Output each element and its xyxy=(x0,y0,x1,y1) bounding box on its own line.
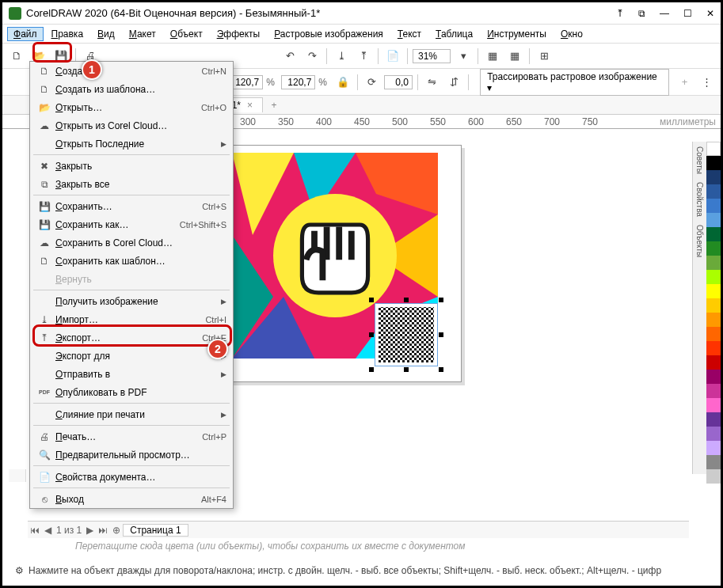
options-icon[interactable]: ⊞ xyxy=(535,47,554,66)
undo-icon[interactable]: ↶ xyxy=(280,47,299,66)
redo-icon[interactable]: ↷ xyxy=(303,47,322,66)
trace-bitmap-button[interactable]: Трассировать растровое изображение ▾ xyxy=(480,69,668,96)
scale-x-field[interactable]: 120,7 xyxy=(229,75,263,89)
scale-y-field[interactable]: 120,7 xyxy=(281,75,315,89)
menu-item[interactable]: 🗋Создать из шаблона… xyxy=(30,80,233,98)
menu-item[interactable]: Слияние при печати▶ xyxy=(30,405,233,423)
new-icon[interactable]: 🗋 xyxy=(7,47,26,66)
menu-item[interactable]: 🗋Создать…Ctrl+N xyxy=(30,62,233,80)
menu-item[interactable]: PDFОпубликовать в PDF xyxy=(30,383,233,401)
menu-таблица[interactable]: Таблица xyxy=(429,27,479,41)
menu-окно[interactable]: Окно xyxy=(554,27,589,41)
rotate-icon[interactable]: ⟳ xyxy=(363,73,382,92)
color-swatch[interactable] xyxy=(706,469,721,484)
color-swatch[interactable] xyxy=(706,170,721,184)
menu-эффекты[interactable]: Эффекты xyxy=(211,27,267,41)
color-swatch[interactable] xyxy=(706,355,721,370)
menu-правка[interactable]: Правка xyxy=(45,27,90,41)
color-swatch[interactable] xyxy=(706,455,721,469)
color-swatch[interactable] xyxy=(706,313,721,327)
menu-инструменты[interactable]: Инструменты xyxy=(481,27,553,41)
zoom-dropdown-icon[interactable]: ▾ xyxy=(454,47,473,66)
dock-tab[interactable]: Советы xyxy=(695,146,704,174)
document-palette[interactable]: Перетащите сюда цвета (или объекты), что… xyxy=(28,538,689,554)
tab-close-icon[interactable]: × xyxy=(247,100,253,111)
menu-макет[interactable]: Макет xyxy=(123,27,162,41)
menu-item[interactable]: ⤒Экспорт…Ctrl+E xyxy=(30,328,233,347)
color-swatch[interactable] xyxy=(706,384,721,398)
color-swatch[interactable] xyxy=(706,298,721,313)
import-icon[interactable]: ⤓ xyxy=(332,47,351,66)
close-button[interactable]: ✕ xyxy=(706,8,714,19)
color-swatch[interactable] xyxy=(706,184,721,199)
color-swatch[interactable] xyxy=(706,412,721,427)
menu-item[interactable]: Открыть Последние▶ xyxy=(30,135,233,153)
zoom-field[interactable]: 31% xyxy=(413,49,451,63)
color-swatch[interactable] xyxy=(706,441,721,455)
page-first-icon[interactable]: ⏮ xyxy=(28,525,42,536)
menu-текст[interactable]: Текст xyxy=(391,27,428,41)
export-icon[interactable]: ⤒ xyxy=(354,47,373,66)
lock-ratio-icon[interactable]: 🔒 xyxy=(333,73,352,92)
page-prev-icon[interactable]: ◀ xyxy=(42,525,54,536)
color-swatch[interactable] xyxy=(706,370,721,384)
color-swatch[interactable] xyxy=(706,241,721,256)
menu-растровые изображения[interactable]: Растровые изображения xyxy=(268,27,390,41)
menu-item[interactable]: ☁Открыть из Corel Cloud… xyxy=(30,116,233,135)
color-swatch[interactable] xyxy=(706,213,721,227)
color-swatch[interactable] xyxy=(706,227,721,241)
menu-item[interactable]: Отправить в▶ xyxy=(30,365,233,383)
rotation-field[interactable]: 0,0 xyxy=(384,75,413,89)
menu-item[interactable]: 💾Сохранить…Ctrl+S xyxy=(30,197,233,215)
add-tab-button[interactable]: + xyxy=(266,100,282,111)
page-next-icon[interactable]: ▶ xyxy=(84,525,96,536)
menu-item[interactable]: 📂Открыть…Ctrl+O xyxy=(30,98,233,116)
selection-handles[interactable] xyxy=(371,300,441,370)
maximize-button[interactable]: ☐ xyxy=(683,8,692,19)
color-swatch[interactable] xyxy=(706,427,721,441)
gear-icon[interactable]: ⚙ xyxy=(15,565,24,576)
menu-item[interactable]: 🗋Сохранить как шаблон… xyxy=(30,252,233,270)
menu-объект[interactable]: Объект xyxy=(164,27,209,41)
page-add-icon[interactable]: ⊕ xyxy=(110,525,123,536)
plus-icon[interactable]: + xyxy=(675,73,694,92)
color-swatch[interactable] xyxy=(706,327,721,341)
menu-item[interactable]: ☁Сохранить в Corel Cloud… xyxy=(30,233,233,252)
minimize-button[interactable]: — xyxy=(660,8,669,19)
pdf-icon[interactable]: 📄 xyxy=(383,47,402,66)
color-swatch[interactable] xyxy=(706,142,721,156)
flip-v-icon[interactable]: ⇵ xyxy=(445,73,464,92)
menu-item[interactable]: 💾Сохранить как…Ctrl+Shift+S xyxy=(30,215,233,233)
snap-icon[interactable]: ▦ xyxy=(505,47,524,66)
dock-tab[interactable]: Объекты xyxy=(695,225,704,257)
menu-item[interactable]: 🖨Печать…Ctrl+P xyxy=(30,427,233,446)
menu-item-icon: 🗋 xyxy=(36,66,52,77)
color-swatch[interactable] xyxy=(706,398,721,412)
page-tab[interactable]: Страница 1 xyxy=(123,524,188,537)
color-swatch[interactable] xyxy=(706,156,721,170)
dock-tab[interactable]: Свойства xyxy=(695,182,704,217)
menu-item[interactable]: ⧉Закрыть все xyxy=(30,175,233,193)
color-swatch[interactable] xyxy=(706,284,721,298)
more-icon[interactable]: ⋮ xyxy=(697,73,716,92)
grid-icon[interactable]: ▦ xyxy=(483,47,502,66)
menu-item[interactable]: ✖Закрыть xyxy=(30,157,233,175)
page-last-icon[interactable]: ⏭ xyxy=(96,525,110,536)
titlebar-help-icon[interactable]: ⧉ xyxy=(638,8,645,19)
menu-файл[interactable]: Файл xyxy=(7,27,44,41)
menu-item[interactable]: 🔍Предварительный просмотр… xyxy=(30,446,233,464)
menu-item[interactable]: ⤓Импорт…Ctrl+I xyxy=(30,310,233,328)
menu-item[interactable]: 📄Свойства документа… xyxy=(30,468,233,486)
titlebar-extra-icon[interactable]: ⤒ xyxy=(616,8,624,19)
menu-item[interactable]: ⎋ВыходAlt+F4 xyxy=(30,490,233,508)
menu-item-icon: 🗋 xyxy=(36,256,52,267)
menu-item: Вернуть xyxy=(30,270,233,288)
menu-item[interactable]: Получить изображение▶ xyxy=(30,292,233,310)
menu-вид[interactable]: Вид xyxy=(91,27,121,41)
color-swatch[interactable] xyxy=(706,256,721,270)
flip-h-icon[interactable]: ⇋ xyxy=(423,73,442,92)
color-swatch[interactable] xyxy=(706,341,721,355)
color-swatch[interactable] xyxy=(706,270,721,284)
menu-item[interactable]: Экспорт для▶ xyxy=(30,347,233,365)
color-swatch[interactable] xyxy=(706,199,721,213)
